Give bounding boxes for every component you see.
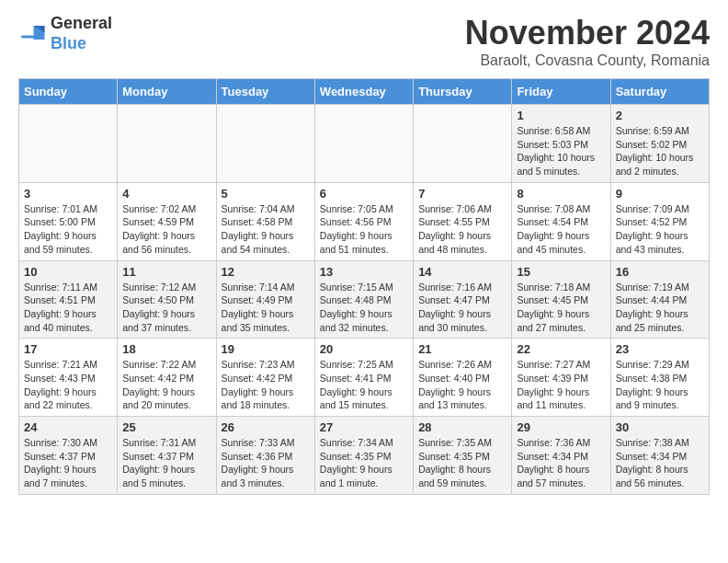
logo: General Blue: [18, 14, 112, 53]
day-info: Sunrise: 7:18 AM Sunset: 4:45 PM Dayligh…: [517, 281, 605, 335]
day-number: 4: [122, 187, 210, 201]
calendar-cell: 17Sunrise: 7:21 AM Sunset: 4:43 PM Dayli…: [19, 339, 118, 417]
day-number: 26: [222, 420, 310, 434]
calendar-cell: 13Sunrise: 7:15 AM Sunset: 4:48 PM Dayli…: [314, 260, 413, 339]
col-header-sunday: Sunday: [19, 79, 118, 105]
calendar-cell: 23Sunrise: 7:29 AM Sunset: 4:38 PM Dayli…: [610, 339, 709, 417]
calendar-table: SundayMondayTuesdayWednesdayThursdayFrid…: [18, 78, 710, 495]
calendar-cell: 28Sunrise: 7:35 AM Sunset: 4:35 PM Dayli…: [414, 417, 512, 495]
day-number: 11: [122, 265, 210, 279]
col-header-saturday: Saturday: [610, 79, 709, 105]
calendar-cell: [414, 105, 512, 183]
day-number: 14: [418, 265, 506, 279]
day-info: Sunrise: 7:38 AM Sunset: 4:34 PM Dayligh…: [616, 436, 704, 490]
day-info: Sunrise: 7:02 AM Sunset: 4:59 PM Dayligh…: [122, 202, 210, 257]
day-number: 13: [320, 265, 408, 279]
day-info: Sunrise: 6:58 AM Sunset: 5:03 PM Dayligh…: [517, 124, 605, 178]
day-number: 18: [122, 342, 210, 356]
svg-rect-3: [21, 35, 35, 38]
location-subtitle: Baraolt, Covasna County, Romania: [465, 52, 710, 69]
calendar-cell: 9Sunrise: 7:09 AM Sunset: 4:52 PM Daylig…: [610, 182, 709, 260]
calendar-cell: 26Sunrise: 7:33 AM Sunset: 4:36 PM Dayli…: [216, 417, 314, 495]
title-block: November 2024 Baraolt, Covasna County, R…: [465, 14, 710, 69]
day-info: Sunrise: 7:21 AM Sunset: 4:43 PM Dayligh…: [24, 358, 112, 412]
calendar-cell: 24Sunrise: 7:30 AM Sunset: 4:37 PM Dayli…: [19, 417, 118, 495]
calendar-cell: 12Sunrise: 7:14 AM Sunset: 4:49 PM Dayli…: [216, 260, 314, 339]
day-info: Sunrise: 7:33 AM Sunset: 4:36 PM Dayligh…: [222, 436, 310, 490]
day-info: Sunrise: 7:26 AM Sunset: 4:40 PM Dayligh…: [418, 358, 506, 412]
day-info: Sunrise: 7:06 AM Sunset: 4:55 PM Dayligh…: [418, 202, 506, 257]
calendar-cell: 1Sunrise: 6:58 AM Sunset: 5:03 PM Daylig…: [512, 105, 610, 183]
calendar-cell: 10Sunrise: 7:11 AM Sunset: 4:51 PM Dayli…: [19, 260, 118, 339]
col-header-thursday: Thursday: [414, 79, 512, 105]
day-number: 10: [24, 265, 112, 279]
calendar-cell: 2Sunrise: 6:59 AM Sunset: 5:02 PM Daylig…: [610, 105, 709, 183]
day-number: 23: [616, 342, 704, 356]
day-info: Sunrise: 7:31 AM Sunset: 4:37 PM Dayligh…: [122, 436, 210, 490]
col-header-friday: Friday: [512, 79, 610, 105]
calendar-cell: [314, 105, 413, 183]
day-info: Sunrise: 7:04 AM Sunset: 4:58 PM Dayligh…: [222, 202, 310, 257]
day-info: Sunrise: 7:23 AM Sunset: 4:42 PM Dayligh…: [222, 358, 310, 412]
day-number: 27: [320, 420, 408, 434]
calendar-cell: 6Sunrise: 7:05 AM Sunset: 4:56 PM Daylig…: [314, 182, 413, 260]
day-info: Sunrise: 7:25 AM Sunset: 4:41 PM Dayligh…: [320, 358, 408, 412]
calendar-week-row: 3Sunrise: 7:01 AM Sunset: 5:00 PM Daylig…: [19, 182, 710, 260]
calendar-cell: 7Sunrise: 7:06 AM Sunset: 4:55 PM Daylig…: [414, 182, 512, 260]
day-number: 15: [517, 265, 605, 279]
calendar-cell: 22Sunrise: 7:27 AM Sunset: 4:39 PM Dayli…: [512, 339, 610, 417]
calendar-cell: 30Sunrise: 7:38 AM Sunset: 4:34 PM Dayli…: [610, 417, 709, 495]
day-info: Sunrise: 7:09 AM Sunset: 4:52 PM Dayligh…: [616, 202, 704, 257]
calendar-cell: 16Sunrise: 7:19 AM Sunset: 4:44 PM Dayli…: [610, 260, 709, 339]
day-number: 1: [517, 109, 605, 122]
day-number: 17: [24, 342, 112, 356]
day-info: Sunrise: 7:15 AM Sunset: 4:48 PM Dayligh…: [320, 281, 408, 335]
calendar-cell: [19, 105, 118, 183]
logo-blue: Blue: [51, 34, 112, 54]
day-info: Sunrise: 7:12 AM Sunset: 4:50 PM Dayligh…: [122, 281, 210, 335]
day-info: Sunrise: 6:59 AM Sunset: 5:02 PM Dayligh…: [616, 124, 704, 178]
day-info: Sunrise: 7:34 AM Sunset: 4:35 PM Dayligh…: [320, 436, 408, 490]
day-info: Sunrise: 7:36 AM Sunset: 4:34 PM Dayligh…: [517, 436, 605, 490]
page-header: General Blue November 2024 Baraolt, Cova…: [18, 14, 710, 69]
day-info: Sunrise: 7:14 AM Sunset: 4:49 PM Dayligh…: [222, 281, 310, 335]
calendar-week-row: 10Sunrise: 7:11 AM Sunset: 4:51 PM Dayli…: [19, 260, 710, 339]
day-info: Sunrise: 7:29 AM Sunset: 4:38 PM Dayligh…: [616, 358, 704, 412]
logo-general: General: [51, 14, 112, 34]
day-info: Sunrise: 7:19 AM Sunset: 4:44 PM Dayligh…: [616, 281, 704, 335]
calendar-cell: 14Sunrise: 7:16 AM Sunset: 4:47 PM Dayli…: [414, 260, 512, 339]
calendar-cell: 25Sunrise: 7:31 AM Sunset: 4:37 PM Dayli…: [118, 417, 216, 495]
day-number: 7: [418, 187, 506, 201]
day-number: 16: [616, 265, 704, 279]
calendar-cell: 8Sunrise: 7:08 AM Sunset: 4:54 PM Daylig…: [512, 182, 610, 260]
calendar-cell: 20Sunrise: 7:25 AM Sunset: 4:41 PM Dayli…: [314, 339, 413, 417]
day-number: 21: [418, 342, 506, 356]
calendar-week-row: 24Sunrise: 7:30 AM Sunset: 4:37 PM Dayli…: [19, 417, 710, 495]
day-number: 28: [418, 420, 506, 434]
day-info: Sunrise: 7:01 AM Sunset: 5:00 PM Dayligh…: [24, 202, 112, 257]
calendar-cell: 29Sunrise: 7:36 AM Sunset: 4:34 PM Dayli…: [512, 417, 610, 495]
day-number: 2: [616, 109, 704, 122]
calendar-cell: 18Sunrise: 7:22 AM Sunset: 4:42 PM Dayli…: [118, 339, 216, 417]
day-number: 6: [320, 187, 408, 201]
calendar-week-row: 1Sunrise: 6:58 AM Sunset: 5:03 PM Daylig…: [19, 105, 710, 183]
col-header-monday: Monday: [118, 79, 216, 105]
calendar-cell: 27Sunrise: 7:34 AM Sunset: 4:35 PM Dayli…: [314, 417, 413, 495]
calendar-cell: 4Sunrise: 7:02 AM Sunset: 4:59 PM Daylig…: [118, 182, 216, 260]
calendar-cell: 15Sunrise: 7:18 AM Sunset: 4:45 PM Dayli…: [512, 260, 610, 339]
col-header-tuesday: Tuesday: [216, 79, 314, 105]
day-number: 24: [24, 420, 112, 434]
calendar-cell: 3Sunrise: 7:01 AM Sunset: 5:00 PM Daylig…: [19, 182, 118, 260]
calendar-cell: 11Sunrise: 7:12 AM Sunset: 4:50 PM Dayli…: [118, 260, 216, 339]
day-number: 19: [222, 342, 310, 356]
calendar-cell: 21Sunrise: 7:26 AM Sunset: 4:40 PM Dayli…: [414, 339, 512, 417]
page-container: General Blue November 2024 Baraolt, Cova…: [0, 0, 728, 509]
day-info: Sunrise: 7:30 AM Sunset: 4:37 PM Dayligh…: [24, 436, 112, 490]
day-info: Sunrise: 7:35 AM Sunset: 4:35 PM Dayligh…: [418, 436, 506, 490]
day-number: 5: [222, 187, 310, 201]
day-number: 12: [222, 265, 310, 279]
day-info: Sunrise: 7:08 AM Sunset: 4:54 PM Dayligh…: [517, 202, 605, 257]
day-number: 29: [517, 420, 605, 434]
day-info: Sunrise: 7:27 AM Sunset: 4:39 PM Dayligh…: [517, 358, 605, 412]
day-number: 3: [24, 187, 112, 201]
